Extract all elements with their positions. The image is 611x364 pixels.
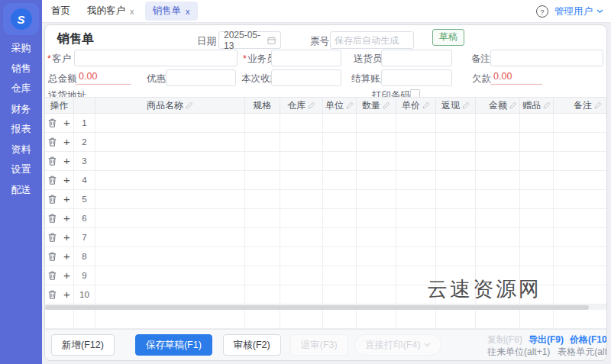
column-header[interactable]: 备注	[554, 98, 606, 113]
grid-cell[interactable]	[245, 133, 280, 151]
account-input[interactable]	[381, 69, 452, 86]
row-actions-cell[interactable]: +	[45, 285, 74, 304]
grid-cell[interactable]	[280, 114, 323, 132]
grid-cell[interactable]	[245, 190, 280, 208]
add-row-button[interactable]: +	[63, 118, 70, 127]
grid-cell[interactable]	[357, 228, 396, 246]
grid-cell[interactable]	[396, 247, 436, 266]
footer-button[interactable]: 保存草稿(F1)	[135, 334, 212, 356]
column-header[interactable]: 商品名称	[95, 98, 245, 113]
grid-cell[interactable]	[436, 266, 476, 285]
add-row-button[interactable]: +	[63, 195, 70, 204]
delete-row-button[interactable]	[48, 252, 57, 261]
remark-input[interactable]	[490, 50, 603, 66]
grid-cell[interactable]	[95, 266, 245, 285]
grid-cell[interactable]	[357, 190, 396, 208]
grid-cell[interactable]	[554, 247, 606, 266]
grid-cell[interactable]	[245, 209, 280, 227]
grid-cell[interactable]	[245, 247, 280, 266]
grid-cell[interactable]	[357, 285, 396, 304]
grid-cell[interactable]	[436, 285, 476, 304]
grid-cell[interactable]	[476, 209, 520, 227]
grid-cell[interactable]	[323, 228, 357, 246]
add-row-button[interactable]: +	[63, 137, 70, 147]
row-actions-cell[interactable]: +	[45, 190, 74, 208]
grid-cell[interactable]	[280, 190, 323, 208]
grid-cell[interactable]	[476, 171, 520, 189]
add-row-button[interactable]: +	[63, 233, 70, 242]
grid-cell[interactable]	[323, 247, 357, 266]
add-row-button[interactable]: +	[63, 176, 70, 185]
grid-cell[interactable]	[436, 133, 476, 151]
grid-cell[interactable]	[520, 228, 554, 246]
grid-cell[interactable]	[520, 114, 554, 132]
row-actions-cell[interactable]: +	[45, 247, 74, 266]
grid-cell[interactable]	[396, 209, 436, 227]
delete-row-button[interactable]	[48, 195, 57, 204]
delete-row-button[interactable]	[48, 137, 57, 147]
grid-cell[interactable]	[436, 152, 476, 170]
app-logo[interactable]: S	[3, 3, 39, 35]
tab-close-icon[interactable]: x	[186, 7, 190, 16]
grid-cell[interactable]	[245, 266, 280, 285]
add-row-button[interactable]: +	[63, 271, 70, 280]
grid-cell[interactable]	[245, 171, 280, 189]
row-actions-cell[interactable]: +	[45, 209, 74, 227]
delete-row-button[interactable]	[48, 176, 57, 185]
grid-cell[interactable]	[280, 152, 323, 170]
grid-cell[interactable]	[554, 209, 606, 227]
grid-cell[interactable]	[520, 266, 554, 285]
sidebar-item[interactable]: 采购	[0, 38, 42, 59]
trash-icon[interactable]	[48, 195, 57, 204]
grid-cell[interactable]	[357, 114, 396, 132]
grid-cell[interactable]	[554, 266, 606, 285]
grid-cell[interactable]	[323, 171, 357, 189]
grid-cell[interactable]	[520, 247, 554, 266]
grid-cell[interactable]	[396, 228, 436, 246]
footer-button[interactable]: 审核(F2)	[223, 334, 281, 356]
grid-cell[interactable]	[95, 133, 245, 151]
grid-cell[interactable]	[554, 285, 606, 304]
tab[interactable]: 我的客户x	[87, 5, 134, 18]
trash-icon[interactable]	[48, 214, 57, 223]
grid-cell[interactable]	[323, 133, 357, 151]
trash-icon[interactable]	[48, 233, 57, 242]
grid-cell[interactable]	[280, 228, 323, 246]
grid-cell[interactable]	[554, 171, 606, 189]
add-row-button[interactable]: +	[63, 156, 70, 166]
grid-cell[interactable]	[280, 285, 323, 304]
grid-cell[interactable]	[323, 266, 357, 285]
horizontal-scrollbar-track[interactable]	[45, 304, 606, 310]
trash-icon[interactable]	[48, 176, 57, 185]
grid-cell[interactable]	[280, 209, 323, 227]
grid-cell[interactable]	[476, 247, 520, 266]
shortcut-link[interactable]: 往来单位(alt+1)	[487, 346, 550, 357]
grid-cell[interactable]	[280, 266, 323, 285]
row-actions-cell[interactable]: +	[45, 171, 74, 189]
grid-cell[interactable]	[95, 247, 245, 266]
grid-cell[interactable]	[436, 247, 476, 266]
grid-cell[interactable]	[436, 228, 476, 246]
grid-cell[interactable]	[396, 152, 436, 170]
tab[interactable]: 销售单x	[145, 2, 198, 21]
grid-cell[interactable]	[323, 152, 357, 170]
grid-cell[interactable]	[245, 152, 280, 170]
grid-cell[interactable]	[476, 228, 520, 246]
row-actions-cell[interactable]: +	[45, 266, 74, 285]
customer-input[interactable]	[74, 50, 238, 66]
grid-cell[interactable]	[323, 209, 357, 227]
grid-cell[interactable]	[476, 152, 520, 170]
grid-cell[interactable]	[95, 114, 245, 132]
grid-cell[interactable]	[323, 190, 357, 208]
horizontal-scrollbar-thumb[interactable]	[45, 305, 589, 310]
grid-cell[interactable]	[245, 285, 280, 304]
grid-cell[interactable]	[436, 190, 476, 208]
sidebar-item[interactable]: 资料	[0, 140, 42, 160]
received-input[interactable]	[271, 69, 341, 86]
column-header[interactable]: 仓库	[280, 98, 323, 113]
grid-cell[interactable]	[396, 266, 436, 285]
delete-row-button[interactable]	[48, 233, 57, 242]
grid-cell[interactable]	[396, 171, 436, 189]
grid-cell[interactable]	[436, 171, 476, 189]
grid-cell[interactable]	[357, 266, 396, 285]
